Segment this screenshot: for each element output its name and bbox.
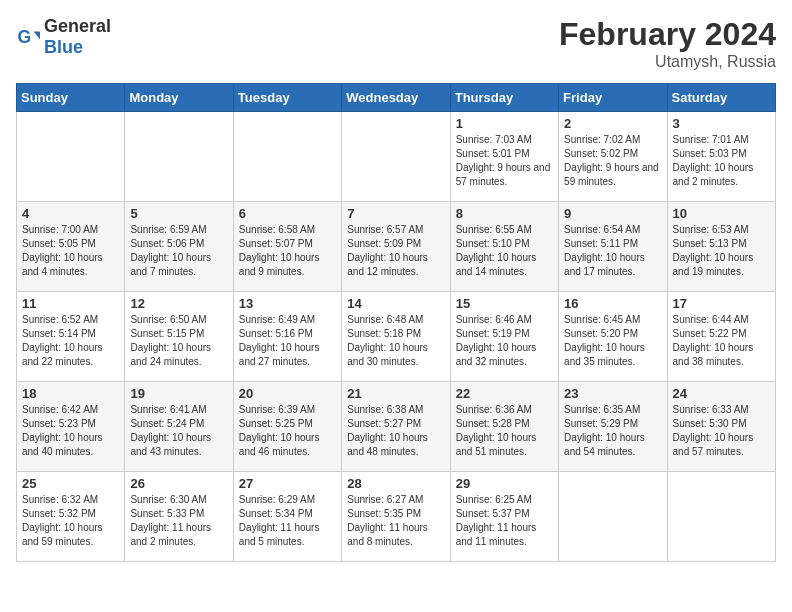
calendar-cell — [342, 112, 450, 202]
svg-text:G: G — [18, 27, 32, 47]
calendar-cell: 28Sunrise: 6:27 AMSunset: 5:35 PMDayligh… — [342, 472, 450, 562]
day-info: Sunrise: 6:38 AMSunset: 5:27 PMDaylight:… — [347, 403, 444, 459]
day-number: 26 — [130, 476, 227, 491]
calendar-cell: 25Sunrise: 6:32 AMSunset: 5:32 PMDayligh… — [17, 472, 125, 562]
day-number: 11 — [22, 296, 119, 311]
day-number: 19 — [130, 386, 227, 401]
calendar-cell: 18Sunrise: 6:42 AMSunset: 5:23 PMDayligh… — [17, 382, 125, 472]
day-number: 6 — [239, 206, 336, 221]
calendar-cell: 15Sunrise: 6:46 AMSunset: 5:19 PMDayligh… — [450, 292, 558, 382]
day-info: Sunrise: 6:36 AMSunset: 5:28 PMDaylight:… — [456, 403, 553, 459]
calendar-cell — [17, 112, 125, 202]
calendar-cell: 19Sunrise: 6:41 AMSunset: 5:24 PMDayligh… — [125, 382, 233, 472]
day-info: Sunrise: 6:54 AMSunset: 5:11 PMDaylight:… — [564, 223, 661, 279]
day-number: 12 — [130, 296, 227, 311]
calendar-cell: 4Sunrise: 7:00 AMSunset: 5:05 PMDaylight… — [17, 202, 125, 292]
calendar-cell: 2Sunrise: 7:02 AMSunset: 5:02 PMDaylight… — [559, 112, 667, 202]
calendar-cell: 8Sunrise: 6:55 AMSunset: 5:10 PMDaylight… — [450, 202, 558, 292]
day-info: Sunrise: 6:58 AMSunset: 5:07 PMDaylight:… — [239, 223, 336, 279]
day-info: Sunrise: 6:27 AMSunset: 5:35 PMDaylight:… — [347, 493, 444, 549]
day-number: 18 — [22, 386, 119, 401]
day-number: 20 — [239, 386, 336, 401]
day-number: 1 — [456, 116, 553, 131]
day-info: Sunrise: 6:46 AMSunset: 5:19 PMDaylight:… — [456, 313, 553, 369]
calendar-cell: 14Sunrise: 6:48 AMSunset: 5:18 PMDayligh… — [342, 292, 450, 382]
day-number: 10 — [673, 206, 770, 221]
day-info: Sunrise: 6:35 AMSunset: 5:29 PMDaylight:… — [564, 403, 661, 459]
calendar-title: February 2024 — [559, 16, 776, 53]
day-number: 27 — [239, 476, 336, 491]
calendar-cell: 3Sunrise: 7:01 AMSunset: 5:03 PMDaylight… — [667, 112, 775, 202]
calendar-cell: 20Sunrise: 6:39 AMSunset: 5:25 PMDayligh… — [233, 382, 341, 472]
weekday-header: Friday — [559, 84, 667, 112]
calendar-week-row: 1Sunrise: 7:03 AMSunset: 5:01 PMDaylight… — [17, 112, 776, 202]
weekday-header: Sunday — [17, 84, 125, 112]
day-info: Sunrise: 6:45 AMSunset: 5:20 PMDaylight:… — [564, 313, 661, 369]
calendar-cell: 9Sunrise: 6:54 AMSunset: 5:11 PMDaylight… — [559, 202, 667, 292]
calendar-cell: 10Sunrise: 6:53 AMSunset: 5:13 PMDayligh… — [667, 202, 775, 292]
calendar-cell — [233, 112, 341, 202]
day-number: 23 — [564, 386, 661, 401]
calendar-cell: 29Sunrise: 6:25 AMSunset: 5:37 PMDayligh… — [450, 472, 558, 562]
day-info: Sunrise: 6:25 AMSunset: 5:37 PMDaylight:… — [456, 493, 553, 549]
day-info: Sunrise: 7:02 AMSunset: 5:02 PMDaylight:… — [564, 133, 661, 189]
day-info: Sunrise: 6:30 AMSunset: 5:33 PMDaylight:… — [130, 493, 227, 549]
calendar-cell: 16Sunrise: 6:45 AMSunset: 5:20 PMDayligh… — [559, 292, 667, 382]
calendar-cell: 26Sunrise: 6:30 AMSunset: 5:33 PMDayligh… — [125, 472, 233, 562]
calendar-cell: 24Sunrise: 6:33 AMSunset: 5:30 PMDayligh… — [667, 382, 775, 472]
day-number: 21 — [347, 386, 444, 401]
calendar-cell: 22Sunrise: 6:36 AMSunset: 5:28 PMDayligh… — [450, 382, 558, 472]
day-number: 17 — [673, 296, 770, 311]
calendar-cell: 23Sunrise: 6:35 AMSunset: 5:29 PMDayligh… — [559, 382, 667, 472]
svg-marker-1 — [34, 31, 40, 39]
day-number: 22 — [456, 386, 553, 401]
weekday-header: Saturday — [667, 84, 775, 112]
day-info: Sunrise: 6:41 AMSunset: 5:24 PMDaylight:… — [130, 403, 227, 459]
day-number: 5 — [130, 206, 227, 221]
calendar-cell: 11Sunrise: 6:52 AMSunset: 5:14 PMDayligh… — [17, 292, 125, 382]
day-number: 4 — [22, 206, 119, 221]
calendar-cell: 17Sunrise: 6:44 AMSunset: 5:22 PMDayligh… — [667, 292, 775, 382]
calendar-table: SundayMondayTuesdayWednesdayThursdayFrid… — [16, 83, 776, 562]
logo-text: General Blue — [44, 16, 111, 58]
day-number: 8 — [456, 206, 553, 221]
day-info: Sunrise: 6:44 AMSunset: 5:22 PMDaylight:… — [673, 313, 770, 369]
calendar-cell: 27Sunrise: 6:29 AMSunset: 5:34 PMDayligh… — [233, 472, 341, 562]
calendar-cell — [667, 472, 775, 562]
day-number: 14 — [347, 296, 444, 311]
day-info: Sunrise: 7:01 AMSunset: 5:03 PMDaylight:… — [673, 133, 770, 189]
day-number: 7 — [347, 206, 444, 221]
calendar-cell: 6Sunrise: 6:58 AMSunset: 5:07 PMDaylight… — [233, 202, 341, 292]
title-block: February 2024 Utamysh, Russia — [559, 16, 776, 71]
day-number: 16 — [564, 296, 661, 311]
calendar-cell: 5Sunrise: 6:59 AMSunset: 5:06 PMDaylight… — [125, 202, 233, 292]
logo-general: General — [44, 16, 111, 36]
logo-icon: G — [16, 25, 40, 49]
calendar-week-row: 25Sunrise: 6:32 AMSunset: 5:32 PMDayligh… — [17, 472, 776, 562]
weekday-header-row: SundayMondayTuesdayWednesdayThursdayFrid… — [17, 84, 776, 112]
calendar-cell: 1Sunrise: 7:03 AMSunset: 5:01 PMDaylight… — [450, 112, 558, 202]
day-info: Sunrise: 7:03 AMSunset: 5:01 PMDaylight:… — [456, 133, 553, 189]
calendar-week-row: 18Sunrise: 6:42 AMSunset: 5:23 PMDayligh… — [17, 382, 776, 472]
day-info: Sunrise: 6:49 AMSunset: 5:16 PMDaylight:… — [239, 313, 336, 369]
calendar-cell: 13Sunrise: 6:49 AMSunset: 5:16 PMDayligh… — [233, 292, 341, 382]
day-info: Sunrise: 6:50 AMSunset: 5:15 PMDaylight:… — [130, 313, 227, 369]
weekday-header: Tuesday — [233, 84, 341, 112]
day-number: 25 — [22, 476, 119, 491]
day-number: 2 — [564, 116, 661, 131]
day-info: Sunrise: 6:42 AMSunset: 5:23 PMDaylight:… — [22, 403, 119, 459]
calendar-week-row: 11Sunrise: 6:52 AMSunset: 5:14 PMDayligh… — [17, 292, 776, 382]
calendar-cell — [559, 472, 667, 562]
calendar-cell — [125, 112, 233, 202]
logo: G General Blue — [16, 16, 111, 58]
day-info: Sunrise: 6:53 AMSunset: 5:13 PMDaylight:… — [673, 223, 770, 279]
page-header: G General Blue February 2024 Utamysh, Ru… — [16, 16, 776, 71]
day-info: Sunrise: 6:33 AMSunset: 5:30 PMDaylight:… — [673, 403, 770, 459]
day-number: 28 — [347, 476, 444, 491]
day-info: Sunrise: 6:59 AMSunset: 5:06 PMDaylight:… — [130, 223, 227, 279]
logo-blue: Blue — [44, 37, 83, 57]
day-number: 15 — [456, 296, 553, 311]
day-info: Sunrise: 6:32 AMSunset: 5:32 PMDaylight:… — [22, 493, 119, 549]
weekday-header: Monday — [125, 84, 233, 112]
calendar-subtitle: Utamysh, Russia — [559, 53, 776, 71]
